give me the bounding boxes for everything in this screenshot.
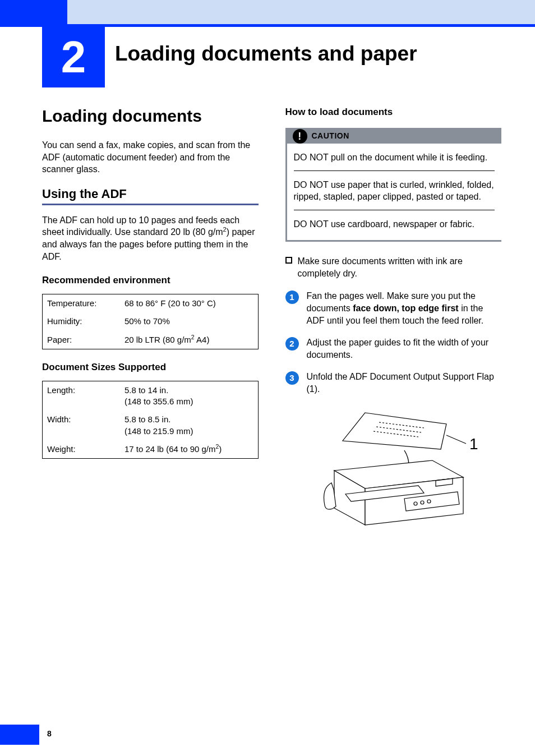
page-edge-tab	[0, 725, 39, 745]
printer-illustration: 1	[285, 404, 502, 533]
intro-paragraph: You can send a fax, make copies, and sca…	[42, 139, 259, 176]
square-bullet-icon	[285, 257, 292, 264]
step-3: 3 Unfold the ADF Document Output Support…	[285, 371, 502, 396]
svg-line-4	[446, 435, 466, 444]
right-column: How to load documents ! CAUTION DO NOT p…	[285, 107, 502, 717]
step-badge-2: 2	[285, 337, 299, 351]
printer-svg: 1	[303, 404, 483, 533]
table-row: Width: 5.8 to 8.5 in. (148 to 215.9 mm)	[43, 411, 259, 440]
sizes-width-l2: (148 to 215.9 mm)	[124, 426, 193, 436]
sizes-weight-label: Weight:	[43, 440, 120, 459]
sizes-weight-post: )	[219, 444, 222, 454]
env-temperature-value: 68 to 86° F (20 to 30° C)	[120, 294, 258, 313]
step-badge-1: 1	[285, 291, 299, 304]
page-content: Loading documents You can send a fax, ma…	[42, 107, 501, 717]
env-paper-post: A4)	[195, 335, 210, 344]
table-row: Weight: 17 to 24 lb (64 to 90 g/m2)	[43, 440, 259, 459]
step-2-text: Adjust the paper guides to fit the width…	[307, 336, 502, 362]
table-recommended-environment: Temperature: 68 to 86° F (20 to 30° C) H…	[42, 294, 259, 349]
chapter-number-block: 2	[42, 27, 105, 87]
env-paper-value: 20 lb LTR (80 g/m2 A4)	[120, 331, 258, 349]
page-number: 8	[47, 729, 52, 738]
table-row: Temperature: 68 to 86° F (20 to 30° C)	[43, 294, 259, 313]
env-paper-pre: 20 lb LTR (80 g/m	[124, 335, 191, 344]
left-column: Loading documents You can send a fax, ma…	[42, 107, 259, 717]
env-humidity-label: Humidity:	[43, 312, 120, 330]
step-3-text: Unfold the ADF Document Output Support F…	[307, 371, 502, 396]
caution-label: CAUTION	[312, 131, 349, 140]
chapter-title: Loading documents and paper	[115, 42, 417, 66]
step-2: 2 Adjust the paper guides to fit the wid…	[285, 336, 502, 362]
figure-callout-1: 1	[469, 435, 478, 453]
table-row: Paper: 20 lb LTR (80 g/m2 A4)	[43, 331, 259, 349]
sizes-width-value: 5.8 to 8.5 in. (148 to 215.9 mm)	[120, 411, 258, 440]
caution-box: ! CAUTION DO NOT pull on the document wh…	[285, 128, 502, 242]
heading-recommended-environment: Recommended environment	[42, 275, 259, 286]
header-banner-accent	[0, 0, 67, 27]
adf-paragraph: The ADF can hold up to 10 pages and feed…	[42, 214, 259, 262]
header-banner	[0, 0, 535, 27]
sizes-width-label: Width:	[43, 411, 120, 440]
table-document-sizes: Length: 5.8 to 14 in. (148 to 355.6 mm) …	[42, 381, 259, 459]
section-heading-loading-documents: Loading documents	[42, 107, 259, 126]
caution-body: DO NOT pull on the document while it is …	[287, 144, 502, 236]
sizes-weight-value: 17 to 24 lb (64 to 90 g/m2)	[120, 440, 258, 459]
chapter-number: 2	[61, 31, 86, 83]
sizes-length-l1: 5.8 to 14 in.	[124, 385, 168, 395]
sizes-length-label: Length:	[43, 381, 120, 411]
step-1: 1 Fan the pages well. Make sure you put …	[285, 290, 502, 328]
table-row: Humidity: 50% to 70%	[43, 312, 259, 330]
caution-item: DO NOT use paper that is curled, wrinkle…	[294, 179, 495, 210]
sizes-width-l1: 5.8 to 8.5 in.	[124, 414, 171, 424]
adf-paragraph-pre: The ADF can hold up to 10 pages and feed…	[42, 215, 239, 237]
caution-item: DO NOT use cardboard, newspaper or fabri…	[294, 218, 495, 233]
svg-point-12	[421, 501, 424, 504]
env-temperature-label: Temperature:	[43, 294, 120, 313]
caution-item: DO NOT pull on the document while it is …	[294, 151, 495, 171]
env-paper-label: Paper:	[43, 331, 120, 349]
bullet-item: Make sure documents written with ink are…	[285, 255, 502, 279]
env-humidity-value: 50% to 70%	[120, 312, 258, 330]
step-1-text: Fan the pages well. Make sure you put th…	[307, 290, 502, 328]
step-badge-3: 3	[285, 371, 299, 385]
table-row: Length: 5.8 to 14 in. (148 to 355.6 mm)	[43, 381, 259, 411]
svg-point-13	[427, 500, 431, 503]
step-1-bold: face down, top edge first	[353, 303, 458, 313]
caution-icon: !	[293, 129, 307, 144]
svg-marker-0	[343, 413, 446, 449]
sizes-length-value: 5.8 to 14 in. (148 to 355.6 mm)	[120, 381, 258, 411]
heading-how-to-load: How to load documents	[285, 107, 502, 118]
sizes-length-l2: (148 to 355.6 mm)	[124, 397, 193, 406]
subsection-heading-using-adf: Using the ADF	[42, 187, 259, 205]
svg-point-11	[414, 502, 417, 505]
heading-document-sizes: Document Sizes Supported	[42, 362, 259, 373]
sizes-weight-pre: 17 to 24 lb (64 to 90 g/m	[124, 444, 216, 454]
bullet-text: Make sure documents written with ink are…	[298, 255, 502, 279]
exclamation-icon: !	[298, 131, 302, 141]
caution-header: ! CAUTION	[287, 128, 502, 144]
